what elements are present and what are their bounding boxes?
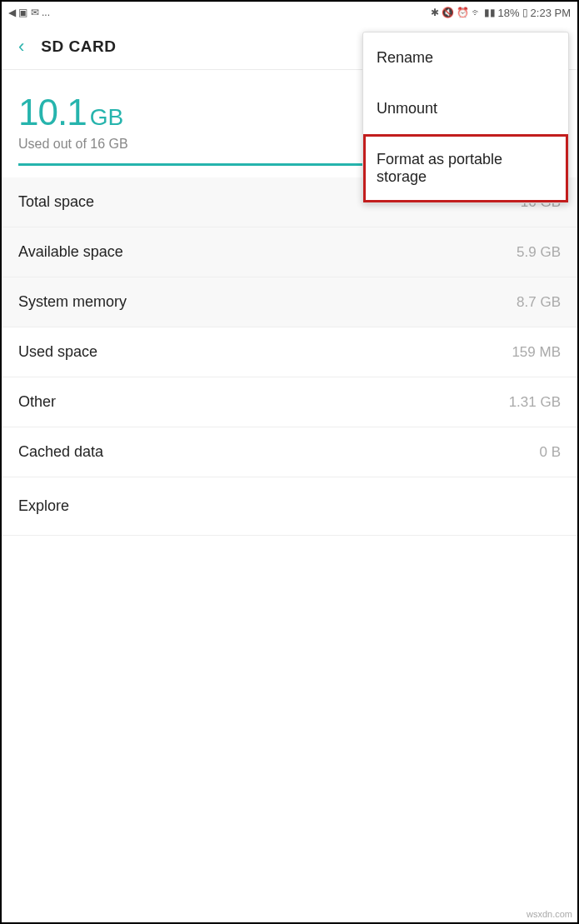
signal-icon: ▮▮: [484, 7, 496, 18]
row-explore[interactable]: Explore: [2, 477, 577, 536]
row-used-space[interactable]: Used space 159 MB: [2, 327, 577, 377]
back-icon[interactable]: ‹: [18, 36, 24, 57]
row-label: Explore: [18, 497, 69, 515]
menu-item-rename[interactable]: Rename: [363, 32, 568, 83]
overflow-menu: Rename Unmount Format as portable storag…: [362, 32, 569, 203]
usage-number: 10.1: [18, 92, 87, 132]
row-label: Used space: [18, 343, 97, 361]
row-value: 8.7 GB: [517, 294, 561, 311]
row-other[interactable]: Other 1.31 GB: [2, 377, 577, 427]
mute-icon: 🔇: [442, 7, 454, 18]
row-label: System memory: [18, 293, 127, 311]
menu-item-format-portable[interactable]: Format as portable storage: [363, 134, 568, 202]
row-label: Available space: [18, 243, 123, 261]
row-value: 5.9 GB: [517, 244, 561, 261]
row-value: 1.31 GB: [509, 394, 561, 411]
wifi-icon: ᯤ: [472, 7, 482, 18]
alarm-icon: ⏰: [457, 7, 469, 18]
watermark: wsxdn.com: [527, 909, 572, 919]
row-system-memory[interactable]: System memory 8.7 GB: [2, 277, 577, 327]
battery-percent: 18%: [498, 7, 520, 19]
usage-unit: GB: [90, 104, 123, 130]
row-value: 159 MB: [512, 344, 561, 361]
row-label: Other: [18, 393, 56, 411]
row-value: 0 B: [539, 444, 561, 461]
menu-item-unmount[interactable]: Unmount: [363, 83, 568, 134]
battery-icon: ▯: [522, 7, 528, 18]
row-available-space[interactable]: Available space 5.9 GB: [2, 227, 577, 277]
clock-time: 2:23 PM: [531, 7, 571, 19]
status-bar: ◀ ▣ ✉ ... ✱ 🔇 ⏰ ᯤ ▮▮ 18% ▯ 2:23 PM: [2, 2, 577, 23]
row-label: Cached data: [18, 443, 103, 461]
status-left-icons: ◀ ▣ ✉ ...: [8, 7, 50, 18]
row-cached-data[interactable]: Cached data 0 B: [2, 427, 577, 477]
row-label: Total space: [18, 193, 94, 211]
bluetooth-icon: ✱: [431, 7, 439, 18]
status-right-icons: ✱ 🔇 ⏰ ᯤ ▮▮ 18% ▯ 2:23 PM: [431, 7, 571, 19]
page-title: SD CARD: [41, 37, 116, 56]
storage-list: Total space 16 GB Available space 5.9 GB…: [2, 177, 577, 536]
notification-icons: ◀ ▣ ✉ ...: [8, 7, 50, 18]
